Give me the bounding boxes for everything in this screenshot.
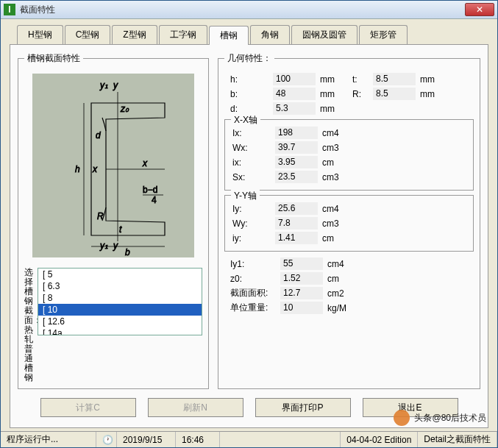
client-area: H型钢C型钢Z型钢工字钢槽钢角钢圆钢及圆管矩形管 槽钢截面特性 h bbox=[1, 19, 497, 431]
status-time: 16:46 bbox=[176, 432, 220, 447]
svg-text:t: t bbox=[119, 224, 122, 235]
tab-0[interactable]: H型钢 bbox=[17, 25, 63, 44]
svg-text:y₁: y₁ bbox=[99, 80, 108, 90]
prop-unit: cm4 bbox=[322, 204, 344, 214]
prop-value: 198 bbox=[275, 127, 318, 139]
xx-axis-group: X-X轴 Ix: 198 cm4Wx: 39.7 cm3ix: 3.95 cmS… bbox=[224, 119, 474, 191]
geometry-group: 几何特性： h: 100 mmt: 8.5 mmb: 48 mmR: 8.5 m… bbox=[218, 52, 480, 389]
geometry-legend: 几何特性： bbox=[224, 52, 274, 65]
size-listbox[interactable]: [ 5[ 6.3[ 8[ 10[ 12.6[ 14a bbox=[38, 268, 202, 335]
channel-diagram: h b xx yy y₁y₁ z₀ d b−d4 R t bbox=[32, 74, 194, 257]
tab-7[interactable]: 矩形管 bbox=[359, 25, 408, 44]
prop-unit: cm3 bbox=[322, 218, 344, 229]
prop-value: 25.6 bbox=[275, 202, 318, 215]
prop-label: d: bbox=[224, 104, 268, 114]
prop-label: 截面面积: bbox=[224, 287, 276, 299]
tab-3[interactable]: 工字钢 bbox=[159, 25, 207, 44]
prop-unit: cm2 bbox=[327, 288, 349, 299]
prop-label: h: bbox=[224, 74, 268, 85]
prop-label: 单位重量: bbox=[224, 302, 276, 314]
prop-unit: kg/M bbox=[327, 303, 349, 313]
tabs: H型钢C型钢Z型钢工字钢槽钢角钢圆钢及圆管矩形管 bbox=[10, 25, 488, 44]
prop-value: 39.7 bbox=[275, 141, 318, 154]
prop-label: Wx: bbox=[227, 143, 271, 153]
tab-2[interactable]: Z型钢 bbox=[112, 25, 157, 44]
svg-text:x: x bbox=[92, 164, 98, 174]
prop-unit: mm bbox=[320, 74, 342, 85]
svg-text:y₁: y₁ bbox=[99, 241, 108, 251]
prop-unit: mm bbox=[420, 74, 442, 85]
exit-button[interactable]: 退出E bbox=[363, 398, 458, 417]
xx-title: X-X轴 bbox=[231, 114, 260, 127]
prop-label: t: bbox=[346, 74, 369, 85]
prop-label: Sx: bbox=[227, 172, 271, 182]
prop-unit: cm3 bbox=[322, 143, 344, 153]
status-clock-icon: 🕐 bbox=[96, 432, 117, 447]
prop-label: Iy: bbox=[227, 204, 271, 214]
window-title: 截面特性 bbox=[20, 4, 465, 16]
svg-text:b−d: b−d bbox=[143, 185, 157, 195]
prop-unit: cm4 bbox=[327, 259, 349, 269]
prop-unit: mm bbox=[420, 89, 442, 99]
yy-axis-group: Y-Y轴 Iy: 25.6 cm4Wy: 7.8 cm3iy: 1.41 cm bbox=[224, 195, 474, 252]
print-button[interactable]: 界面打印P bbox=[255, 398, 351, 417]
refresh-button[interactable]: 刷新N bbox=[148, 398, 243, 417]
yy-title: Y-Y轴 bbox=[231, 190, 260, 202]
tab-4[interactable]: 槽钢 bbox=[209, 26, 249, 45]
svg-text:z₀: z₀ bbox=[120, 104, 129, 114]
prop-value: 1.41 bbox=[275, 232, 318, 244]
list-item[interactable]: [ 14a bbox=[38, 327, 202, 335]
status-running: 程序运行中... bbox=[1, 432, 96, 447]
list-item[interactable]: [ 12.6 bbox=[38, 316, 202, 327]
status-edition: 04-04-02 Edition bbox=[341, 432, 418, 447]
button-row: 计算C 刷新N 界面打印P 退出E bbox=[18, 389, 480, 420]
prop-value: 7.8 bbox=[275, 217, 318, 230]
prop-label: iy: bbox=[227, 233, 271, 243]
prop-value: 3.95 bbox=[275, 156, 318, 168]
prop-value: 8.5 bbox=[373, 88, 416, 100]
svg-text:y: y bbox=[113, 80, 118, 90]
prop-label: Iy1: bbox=[224, 259, 276, 269]
prop-label: R: bbox=[346, 89, 369, 99]
svg-text:x: x bbox=[142, 158, 148, 168]
app-window: I 截面特性 ✕ H型钢C型钢Z型钢工字钢槽钢角钢圆钢及圆管矩形管 槽钢截面特性 bbox=[0, 0, 498, 448]
status-bar: 程序运行中... 🕐 2019/9/15 16:46 04-04-02 Edit… bbox=[1, 431, 497, 447]
tab-panel: 槽钢截面特性 h b xx yy bbox=[10, 44, 488, 428]
prop-label: z0: bbox=[224, 274, 276, 284]
prop-label: b: bbox=[224, 89, 268, 99]
close-button[interactable]: ✕ bbox=[465, 3, 494, 16]
prop-unit: cm3 bbox=[322, 172, 344, 182]
list-item[interactable]: [ 10 bbox=[38, 304, 202, 316]
app-icon: I bbox=[4, 4, 15, 15]
list-item[interactable]: [ 8 bbox=[38, 292, 202, 304]
tab-6[interactable]: 圆钢及圆管 bbox=[291, 25, 358, 44]
prop-label: ix: bbox=[227, 157, 271, 168]
prop-label: Ix: bbox=[227, 128, 271, 138]
prop-label: Wy: bbox=[227, 218, 271, 229]
prop-value: 1.52 bbox=[280, 272, 323, 285]
calc-button[interactable]: 计算C bbox=[40, 398, 136, 417]
section-diagram-group: 槽钢截面特性 h b xx yy bbox=[18, 52, 209, 389]
prop-unit: cm bbox=[322, 157, 344, 168]
list-item[interactable]: [ 5 bbox=[38, 269, 202, 280]
diagram-legend: 槽钢截面特性 bbox=[24, 52, 83, 65]
svg-text:d: d bbox=[96, 130, 101, 141]
prop-value: 8.5 bbox=[373, 73, 416, 85]
list-label: 选择槽钢截面：热轧普通槽钢 bbox=[24, 268, 35, 383]
svg-text:h: h bbox=[75, 164, 80, 174]
titlebar: I 截面特性 ✕ bbox=[1, 1, 497, 19]
list-item[interactable]: [ 6.3 bbox=[38, 280, 202, 292]
tab-5[interactable]: 角钢 bbox=[250, 25, 290, 44]
svg-text:y: y bbox=[113, 241, 118, 251]
prop-value: 10 bbox=[280, 302, 323, 314]
prop-value: 55 bbox=[280, 257, 323, 270]
svg-text:b: b bbox=[125, 247, 130, 257]
prop-value: 5.3 bbox=[273, 102, 316, 115]
status-page: Detail之截面特性 bbox=[418, 432, 497, 447]
prop-unit: cm bbox=[322, 233, 344, 243]
tab-1[interactable]: C型钢 bbox=[65, 25, 111, 44]
svg-text:4: 4 bbox=[152, 195, 157, 205]
status-date: 2019/9/15 bbox=[117, 432, 176, 447]
svg-text:R: R bbox=[97, 211, 104, 221]
prop-value: 23.5 bbox=[275, 171, 318, 183]
